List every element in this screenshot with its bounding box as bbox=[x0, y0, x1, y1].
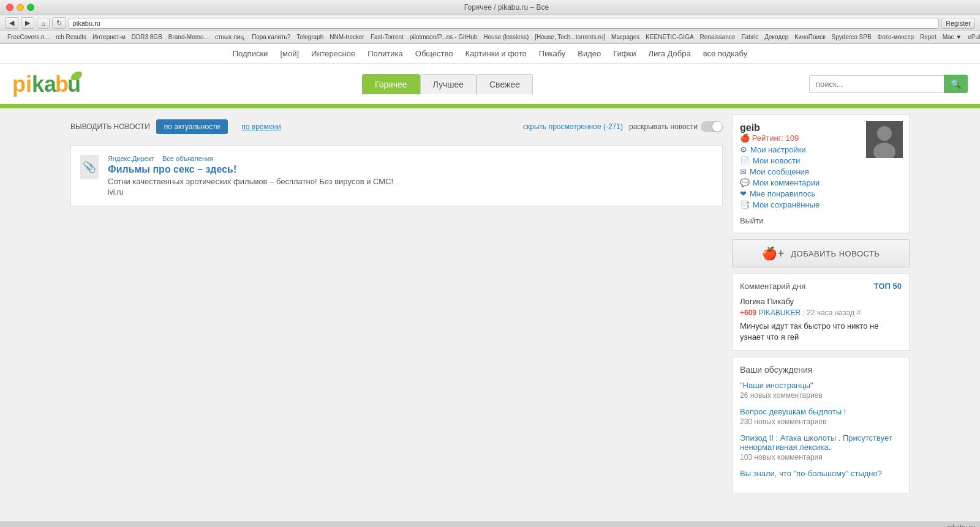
discussion-item: "Наши иностранцы" 26 новых комментариев bbox=[740, 381, 902, 400]
tab-fresh[interactable]: Свежее bbox=[477, 74, 533, 94]
register-button[interactable]: Register bbox=[941, 18, 975, 29]
comment-meta: +609 PIKABUKER ; 22 часа назад # bbox=[740, 308, 902, 317]
my-comments-link[interactable]: 💬 Мои комментарии bbox=[740, 178, 902, 187]
refresh-button[interactable]: ↻ bbox=[52, 17, 66, 29]
settings-icon: ⚙ bbox=[740, 145, 747, 154]
messages-label: Мои сообщения bbox=[750, 167, 809, 176]
my-messages-link[interactable]: ✉ Мои сообщения bbox=[740, 167, 902, 176]
address-text: pikabu.ru bbox=[73, 20, 100, 27]
list-item: 💬 Мои комментарии bbox=[740, 178, 902, 187]
liked-link[interactable]: ❤ Мне понравилось bbox=[740, 189, 902, 198]
bookmark-item[interactable]: Фото-монстр bbox=[875, 32, 916, 42]
logout-link[interactable]: Выйти bbox=[740, 216, 764, 225]
bookmark-item[interactable]: Telegraph bbox=[294, 32, 326, 42]
add-icon: 🍎+ bbox=[762, 246, 785, 261]
bookmarks-bar: FreeCovers.n... rch Results Интернет-м D… bbox=[0, 31, 980, 43]
minimize-button[interactable] bbox=[17, 4, 24, 11]
bookmark-item[interactable]: Декодер bbox=[762, 32, 791, 42]
logo: p i k a b u bbox=[12, 69, 86, 99]
nav-link-pictures[interactable]: Картинки и фото bbox=[466, 49, 527, 58]
home-button[interactable]: ⌂ bbox=[37, 18, 50, 29]
ad-source-name[interactable]: Яндекс.Директ bbox=[108, 155, 154, 162]
tab-hot[interactable]: Горячее bbox=[362, 74, 420, 94]
nav-link-pikabu[interactable]: Пикабу bbox=[539, 49, 565, 58]
page-title: Горячее / pikabu.ru – Все bbox=[39, 3, 974, 12]
nav-link-all[interactable]: все подкабу bbox=[703, 49, 748, 58]
nav-link-liga[interactable]: Лига Добра bbox=[649, 49, 691, 58]
bookmark-item[interactable]: [House, Tech...torrents.ru] bbox=[532, 32, 608, 42]
ad-icon: 📎 bbox=[80, 155, 99, 179]
ad-title-link[interactable]: Фильмы про секс – здесь! bbox=[108, 164, 236, 174]
bookmark-item[interactable]: Fast-Torrent bbox=[368, 32, 406, 42]
nav-tabs: Горячее Лучшее Свежее bbox=[362, 74, 533, 94]
bookmark-item[interactable]: rch Results bbox=[53, 32, 89, 42]
ad-all-link[interactable]: Все объявления bbox=[162, 155, 213, 162]
svg-text:i: i bbox=[26, 72, 32, 97]
comment-day-block: Комментарий дня ТОП 50 Логика Пикабу +60… bbox=[732, 274, 910, 351]
page-wrapper: Подписки [мой] Интересное Политика Общес… bbox=[0, 44, 980, 521]
saved-label: Мои сохранённые bbox=[753, 200, 820, 209]
list-item: ✉ Мои сообщения bbox=[740, 167, 902, 176]
address-bar[interactable]: pikabu.ru bbox=[69, 18, 939, 29]
discussion-count-2: 103 новых комментария bbox=[740, 453, 902, 462]
close-button[interactable] bbox=[6, 4, 13, 11]
saved-link[interactable]: 📑 Мои сохранённые bbox=[740, 200, 902, 209]
nav-link-politics[interactable]: Политика bbox=[368, 49, 403, 58]
ad-source: Яндекс.Директ Все объявления bbox=[108, 155, 393, 162]
comment-time: 22 часа назад bbox=[807, 308, 854, 317]
bookmark-item[interactable]: стных лиц. bbox=[213, 32, 248, 42]
filter-by-relevance[interactable]: по актуальности bbox=[156, 119, 228, 134]
bookmark-item[interactable]: Mac ▼ bbox=[940, 32, 965, 42]
bookmark-item[interactable]: FreeCovers.n... bbox=[5, 32, 52, 42]
bookmark-item[interactable]: ePub ▼ bbox=[965, 32, 980, 42]
bookmark-item[interactable]: КиноПоиск bbox=[792, 32, 827, 42]
nav-link-video[interactable]: Видео bbox=[578, 49, 601, 58]
bookmark-item[interactable]: Repet bbox=[918, 32, 939, 42]
top50-link[interactable]: ТОП 50 bbox=[874, 282, 902, 291]
header-nav: Подписки [мой] Интересное Политика Общес… bbox=[0, 44, 980, 64]
heart-icon: ❤ bbox=[740, 189, 747, 198]
bookmark-item[interactable]: NNM-trecker bbox=[327, 32, 367, 42]
discussion-count-1: 230 новых комментариев bbox=[740, 417, 902, 426]
bookmark-item[interactable]: Пора калять? bbox=[249, 32, 293, 42]
toggle-switch[interactable] bbox=[701, 121, 723, 132]
nav-link-my[interactable]: [мой] bbox=[280, 49, 299, 58]
comment-day-title: Комментарий дня bbox=[740, 282, 805, 291]
user-block: geib 🍎 Рейтинг: 109 bbox=[732, 114, 910, 233]
bookmark-item[interactable]: pilotmoon/P...ns - GitHub bbox=[407, 32, 480, 42]
comment-text: Минусы идут так быстро что никто не узна… bbox=[740, 321, 902, 343]
hide-viewed-link[interactable]: скрыть просмотренное (-271) bbox=[523, 122, 623, 131]
nav-link-society[interactable]: Общество bbox=[415, 49, 453, 58]
discussion-link-2[interactable]: Эпизод II : Атака школоты . Присутствует… bbox=[740, 433, 902, 452]
bookmark-item[interactable]: DDR3 8GB bbox=[129, 32, 165, 42]
comment-score: +609 bbox=[740, 308, 756, 317]
nav-link-gifs[interactable]: Гифки bbox=[613, 49, 636, 58]
search-input[interactable] bbox=[809, 75, 944, 93]
forward-button[interactable]: ▶ bbox=[21, 17, 34, 29]
bookmark-item[interactable]: Macpages bbox=[609, 32, 642, 42]
add-news-button[interactable]: 🍎+ добавить новость bbox=[732, 239, 910, 267]
bookmark-item[interactable]: House (lossless) bbox=[481, 32, 531, 42]
bookmark-item[interactable]: Spyderco SPB bbox=[829, 32, 874, 42]
bookmark-item[interactable]: Brand-Memo... bbox=[166, 32, 211, 42]
bookmark-item[interactable]: Renaissance bbox=[698, 32, 738, 42]
tab-best[interactable]: Лучшее bbox=[420, 74, 477, 94]
nav-link-subscriptions[interactable]: Подписки bbox=[233, 49, 268, 58]
discussion-link-1[interactable]: Вопрос девушкам быдлоты ! bbox=[740, 407, 902, 416]
bookmark-item[interactable]: Интернет-м bbox=[90, 32, 128, 42]
filter-by-time[interactable]: по времени bbox=[234, 120, 288, 133]
back-button[interactable]: ◀ bbox=[5, 17, 18, 29]
discussion-link-0[interactable]: "Наши иностранцы" bbox=[740, 381, 902, 390]
comments-icon: 💬 bbox=[740, 178, 750, 187]
nav-link-interesting[interactable]: Интересное bbox=[311, 49, 355, 58]
maximize-button[interactable] bbox=[27, 4, 34, 11]
comments-label: Мои комментарии bbox=[753, 178, 820, 187]
bookmark-item[interactable]: Fabric bbox=[739, 32, 761, 42]
ad-description: Сотни качественных эротических фильмов –… bbox=[108, 177, 393, 186]
sidebar: geib 🍎 Рейтинг: 109 bbox=[732, 114, 910, 493]
add-news-label: добавить новость bbox=[791, 249, 880, 258]
bookmark-item[interactable]: KEENETIC-GIGA bbox=[643, 32, 696, 42]
main-layout: ВЫВОДИТЬ НОВОСТИ по актуальности по врем… bbox=[61, 108, 919, 499]
search-button[interactable]: 🔍 bbox=[944, 75, 968, 93]
discussion-link-3[interactable]: Вы знали, что "по-большому" стыдно? bbox=[740, 469, 902, 478]
